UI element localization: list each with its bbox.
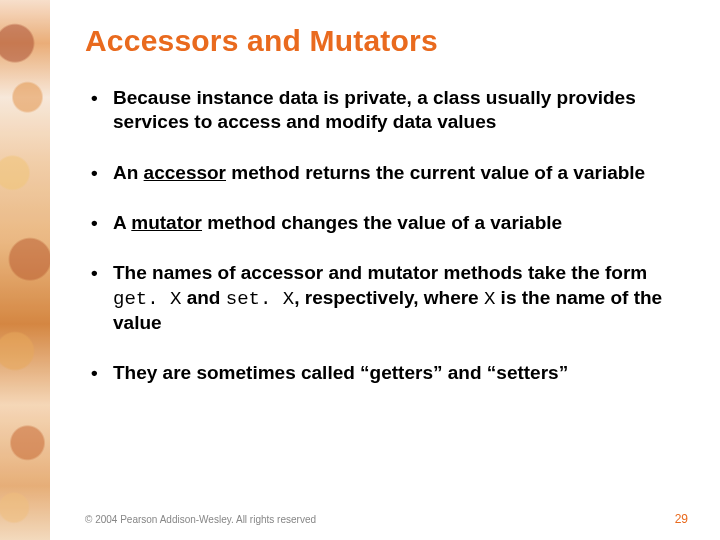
bullet-text: The names of accessor and mutator method… — [113, 262, 647, 283]
slide: Accessors and Mutators Because instance … — [0, 0, 720, 540]
bullet-list: Because instance data is private, a clas… — [85, 86, 688, 386]
underlined-term: mutator — [131, 212, 202, 233]
code-text: get. X — [113, 288, 181, 310]
slide-title: Accessors and Mutators — [85, 24, 688, 58]
bullet-text: method changes the value of a variable — [202, 212, 562, 233]
bullet-text: A — [113, 212, 131, 233]
bullet-text: , respectively, where — [294, 287, 484, 308]
bullet-text: Because instance data is private, a clas… — [113, 87, 636, 132]
underlined-term: accessor — [144, 162, 226, 183]
bullet-text: method returns the current value of a va… — [226, 162, 645, 183]
bullet-item: The names of accessor and mutator method… — [85, 261, 688, 335]
code-text: X — [484, 288, 495, 310]
bullet-item: A mutator method changes the value of a … — [85, 211, 688, 235]
slide-content: Accessors and Mutators Because instance … — [85, 24, 688, 500]
bullet-text: An — [113, 162, 144, 183]
slide-footer: © 2004 Pearson Addison-Wesley. All right… — [85, 512, 688, 526]
decorative-leaf-strip — [0, 0, 50, 540]
bullet-text: and — [181, 287, 225, 308]
bullet-item: An accessor method returns the current v… — [85, 161, 688, 185]
bullet-item: Because instance data is private, a clas… — [85, 86, 688, 135]
copyright-text: © 2004 Pearson Addison-Wesley. All right… — [85, 514, 316, 525]
bullet-text: They are sometimes called “getters” and … — [113, 362, 568, 383]
page-number: 29 — [675, 512, 688, 526]
code-text: set. X — [226, 288, 294, 310]
bullet-item: They are sometimes called “getters” and … — [85, 361, 688, 385]
